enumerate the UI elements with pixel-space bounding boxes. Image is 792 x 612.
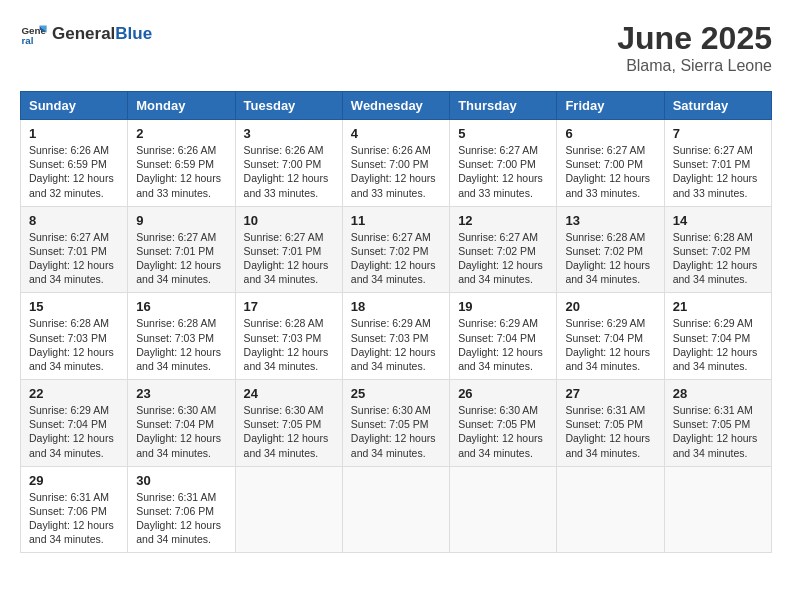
table-row: 7 Sunrise: 6:27 AM Sunset: 7:01 PM Dayli… bbox=[664, 120, 771, 207]
calendar-week-row: 22 Sunrise: 6:29 AM Sunset: 7:04 PM Dayl… bbox=[21, 380, 772, 467]
table-row: 21 Sunrise: 6:29 AM Sunset: 7:04 PM Dayl… bbox=[664, 293, 771, 380]
calendar-week-row: 8 Sunrise: 6:27 AM Sunset: 7:01 PM Dayli… bbox=[21, 206, 772, 293]
day-number: 13 bbox=[565, 213, 655, 228]
day-number: 17 bbox=[244, 299, 334, 314]
table-row: 6 Sunrise: 6:27 AM Sunset: 7:00 PM Dayli… bbox=[557, 120, 664, 207]
table-row bbox=[235, 466, 342, 553]
day-number: 14 bbox=[673, 213, 763, 228]
day-info: Sunrise: 6:29 AM Sunset: 7:03 PM Dayligh… bbox=[351, 316, 441, 373]
logo-blue-text: Blue bbox=[115, 24, 152, 44]
day-info: Sunrise: 6:26 AM Sunset: 6:59 PM Dayligh… bbox=[136, 143, 226, 200]
calendar-week-row: 15 Sunrise: 6:28 AM Sunset: 7:03 PM Dayl… bbox=[21, 293, 772, 380]
table-row: 11 Sunrise: 6:27 AM Sunset: 7:02 PM Dayl… bbox=[342, 206, 449, 293]
col-sunday: Sunday bbox=[21, 92, 128, 120]
day-number: 4 bbox=[351, 126, 441, 141]
table-row: 4 Sunrise: 6:26 AM Sunset: 7:00 PM Dayli… bbox=[342, 120, 449, 207]
table-row: 29 Sunrise: 6:31 AM Sunset: 7:06 PM Dayl… bbox=[21, 466, 128, 553]
col-saturday: Saturday bbox=[664, 92, 771, 120]
table-row: 17 Sunrise: 6:28 AM Sunset: 7:03 PM Dayl… bbox=[235, 293, 342, 380]
col-friday: Friday bbox=[557, 92, 664, 120]
day-number: 29 bbox=[29, 473, 119, 488]
day-info: Sunrise: 6:31 AM Sunset: 7:05 PM Dayligh… bbox=[565, 403, 655, 460]
calendar-header-row: Sunday Monday Tuesday Wednesday Thursday… bbox=[21, 92, 772, 120]
day-number: 3 bbox=[244, 126, 334, 141]
svg-text:ral: ral bbox=[21, 35, 33, 46]
day-number: 10 bbox=[244, 213, 334, 228]
day-number: 30 bbox=[136, 473, 226, 488]
day-info: Sunrise: 6:30 AM Sunset: 7:04 PM Dayligh… bbox=[136, 403, 226, 460]
table-row: 19 Sunrise: 6:29 AM Sunset: 7:04 PM Dayl… bbox=[450, 293, 557, 380]
day-info: Sunrise: 6:30 AM Sunset: 7:05 PM Dayligh… bbox=[244, 403, 334, 460]
col-monday: Monday bbox=[128, 92, 235, 120]
table-row: 5 Sunrise: 6:27 AM Sunset: 7:00 PM Dayli… bbox=[450, 120, 557, 207]
calendar-table: Sunday Monday Tuesday Wednesday Thursday… bbox=[20, 91, 772, 553]
table-row: 13 Sunrise: 6:28 AM Sunset: 7:02 PM Dayl… bbox=[557, 206, 664, 293]
table-row: 10 Sunrise: 6:27 AM Sunset: 7:01 PM Dayl… bbox=[235, 206, 342, 293]
day-number: 19 bbox=[458, 299, 548, 314]
day-number: 28 bbox=[673, 386, 763, 401]
day-number: 20 bbox=[565, 299, 655, 314]
title-block: June 2025 Blama, Sierra Leone bbox=[617, 20, 772, 75]
month-year-title: June 2025 bbox=[617, 20, 772, 57]
table-row: 14 Sunrise: 6:28 AM Sunset: 7:02 PM Dayl… bbox=[664, 206, 771, 293]
page-header: Gene ral GeneralBlue June 2025 Blama, Si… bbox=[20, 20, 772, 75]
table-row: 18 Sunrise: 6:29 AM Sunset: 7:03 PM Dayl… bbox=[342, 293, 449, 380]
logo: Gene ral GeneralBlue bbox=[20, 20, 152, 48]
col-wednesday: Wednesday bbox=[342, 92, 449, 120]
day-info: Sunrise: 6:31 AM Sunset: 7:06 PM Dayligh… bbox=[29, 490, 119, 547]
day-info: Sunrise: 6:27 AM Sunset: 7:00 PM Dayligh… bbox=[458, 143, 548, 200]
day-info: Sunrise: 6:31 AM Sunset: 7:05 PM Dayligh… bbox=[673, 403, 763, 460]
day-number: 6 bbox=[565, 126, 655, 141]
calendar-week-row: 29 Sunrise: 6:31 AM Sunset: 7:06 PM Dayl… bbox=[21, 466, 772, 553]
day-info: Sunrise: 6:30 AM Sunset: 7:05 PM Dayligh… bbox=[351, 403, 441, 460]
day-number: 16 bbox=[136, 299, 226, 314]
table-row bbox=[664, 466, 771, 553]
table-row: 3 Sunrise: 6:26 AM Sunset: 7:00 PM Dayli… bbox=[235, 120, 342, 207]
table-row: 9 Sunrise: 6:27 AM Sunset: 7:01 PM Dayli… bbox=[128, 206, 235, 293]
day-info: Sunrise: 6:28 AM Sunset: 7:03 PM Dayligh… bbox=[244, 316, 334, 373]
day-info: Sunrise: 6:28 AM Sunset: 7:03 PM Dayligh… bbox=[136, 316, 226, 373]
day-number: 11 bbox=[351, 213, 441, 228]
table-row bbox=[450, 466, 557, 553]
day-number: 27 bbox=[565, 386, 655, 401]
table-row: 1 Sunrise: 6:26 AM Sunset: 6:59 PM Dayli… bbox=[21, 120, 128, 207]
day-info: Sunrise: 6:27 AM Sunset: 7:02 PM Dayligh… bbox=[458, 230, 548, 287]
day-info: Sunrise: 6:30 AM Sunset: 7:05 PM Dayligh… bbox=[458, 403, 548, 460]
day-info: Sunrise: 6:27 AM Sunset: 7:01 PM Dayligh… bbox=[673, 143, 763, 200]
day-info: Sunrise: 6:27 AM Sunset: 7:01 PM Dayligh… bbox=[136, 230, 226, 287]
day-info: Sunrise: 6:26 AM Sunset: 7:00 PM Dayligh… bbox=[351, 143, 441, 200]
table-row bbox=[342, 466, 449, 553]
table-row: 20 Sunrise: 6:29 AM Sunset: 7:04 PM Dayl… bbox=[557, 293, 664, 380]
day-number: 15 bbox=[29, 299, 119, 314]
table-row: 26 Sunrise: 6:30 AM Sunset: 7:05 PM Dayl… bbox=[450, 380, 557, 467]
day-info: Sunrise: 6:31 AM Sunset: 7:06 PM Dayligh… bbox=[136, 490, 226, 547]
table-row: 27 Sunrise: 6:31 AM Sunset: 7:05 PM Dayl… bbox=[557, 380, 664, 467]
table-row: 28 Sunrise: 6:31 AM Sunset: 7:05 PM Dayl… bbox=[664, 380, 771, 467]
col-thursday: Thursday bbox=[450, 92, 557, 120]
day-number: 2 bbox=[136, 126, 226, 141]
table-row: 16 Sunrise: 6:28 AM Sunset: 7:03 PM Dayl… bbox=[128, 293, 235, 380]
logo-icon: Gene ral bbox=[20, 20, 48, 48]
day-number: 21 bbox=[673, 299, 763, 314]
table-row: 2 Sunrise: 6:26 AM Sunset: 6:59 PM Dayli… bbox=[128, 120, 235, 207]
col-tuesday: Tuesday bbox=[235, 92, 342, 120]
day-number: 1 bbox=[29, 126, 119, 141]
day-info: Sunrise: 6:27 AM Sunset: 7:01 PM Dayligh… bbox=[29, 230, 119, 287]
day-info: Sunrise: 6:27 AM Sunset: 7:01 PM Dayligh… bbox=[244, 230, 334, 287]
day-info: Sunrise: 6:29 AM Sunset: 7:04 PM Dayligh… bbox=[673, 316, 763, 373]
day-info: Sunrise: 6:29 AM Sunset: 7:04 PM Dayligh… bbox=[458, 316, 548, 373]
day-number: 5 bbox=[458, 126, 548, 141]
day-info: Sunrise: 6:26 AM Sunset: 6:59 PM Dayligh… bbox=[29, 143, 119, 200]
location-subtitle: Blama, Sierra Leone bbox=[617, 57, 772, 75]
table-row: 12 Sunrise: 6:27 AM Sunset: 7:02 PM Dayl… bbox=[450, 206, 557, 293]
table-row: 15 Sunrise: 6:28 AM Sunset: 7:03 PM Dayl… bbox=[21, 293, 128, 380]
table-row: 25 Sunrise: 6:30 AM Sunset: 7:05 PM Dayl… bbox=[342, 380, 449, 467]
day-number: 8 bbox=[29, 213, 119, 228]
table-row bbox=[557, 466, 664, 553]
day-info: Sunrise: 6:27 AM Sunset: 7:02 PM Dayligh… bbox=[351, 230, 441, 287]
day-info: Sunrise: 6:28 AM Sunset: 7:02 PM Dayligh… bbox=[565, 230, 655, 287]
day-number: 18 bbox=[351, 299, 441, 314]
day-number: 7 bbox=[673, 126, 763, 141]
table-row: 23 Sunrise: 6:30 AM Sunset: 7:04 PM Dayl… bbox=[128, 380, 235, 467]
day-number: 26 bbox=[458, 386, 548, 401]
